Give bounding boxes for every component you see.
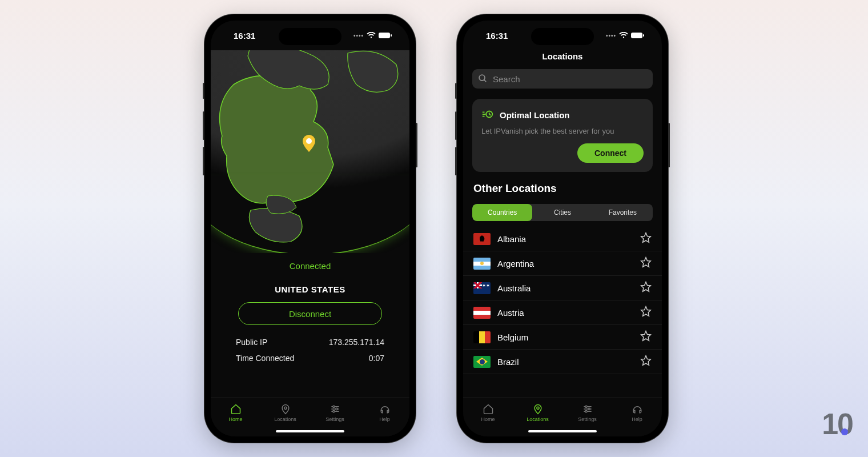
segment-control: Countries Cities Favorites xyxy=(472,204,653,221)
settings-icon xyxy=(581,403,594,415)
home-indicator[interactable] xyxy=(276,430,344,432)
flag-icon xyxy=(473,258,491,270)
tab-locations[interactable]: Locations xyxy=(260,403,310,422)
country-row[interactable]: Austria xyxy=(463,300,662,325)
tab-help[interactable]: Help xyxy=(612,403,662,422)
optimal-subtitle: Let IPVanish pick the best server for yo… xyxy=(481,127,644,135)
svg-line-13 xyxy=(484,80,487,82)
location-icon xyxy=(532,403,544,415)
flag-icon xyxy=(473,307,491,319)
tab-home[interactable]: Home xyxy=(211,403,260,422)
globe-arc xyxy=(211,175,409,253)
svg-point-9 xyxy=(332,411,334,412)
country-row[interactable]: Argentina xyxy=(463,251,662,276)
watermark-logo: 10 xyxy=(822,407,848,441)
tab-help[interactable]: Help xyxy=(360,403,409,422)
tab-settings[interactable]: Settings xyxy=(562,403,612,422)
tab-label: Locations xyxy=(274,416,296,422)
optimal-icon xyxy=(481,108,494,122)
svg-marker-24 xyxy=(641,331,651,341)
connection-stats: Public IP 173.255.171.14 Time Connected … xyxy=(211,325,409,366)
home-icon xyxy=(482,403,495,415)
svg-point-26 xyxy=(536,407,539,409)
tab-label: Settings xyxy=(578,416,597,422)
public-ip-value: 173.255.171.14 xyxy=(329,338,384,347)
flag-icon xyxy=(473,331,491,343)
optimal-title: Optimal Location xyxy=(500,110,570,120)
tab-label: Locations xyxy=(527,416,549,422)
segment-favorites[interactable]: Favorites xyxy=(593,204,653,221)
power-button xyxy=(668,123,670,167)
segment-countries[interactable]: Countries xyxy=(472,204,532,221)
help-icon xyxy=(631,403,644,415)
phone-frame-locations: 16:31 •••• Locations Optimal Location Le… xyxy=(457,14,668,443)
flag-icon xyxy=(473,233,491,245)
phone-frame-home: 16:31 •••• xyxy=(204,14,416,443)
svg-marker-21 xyxy=(641,258,651,267)
tab-label: Home xyxy=(481,416,495,422)
tab-settings[interactable]: Settings xyxy=(310,403,360,422)
status-time: 16:31 xyxy=(234,31,255,41)
home-icon xyxy=(230,403,242,415)
country-name: Brazil xyxy=(497,357,640,367)
country-name: Argentina xyxy=(497,259,640,268)
favorite-star-icon[interactable] xyxy=(640,355,652,368)
country-row[interactable]: Belgium xyxy=(463,325,662,350)
volume-up xyxy=(203,111,204,140)
settings-icon xyxy=(329,403,341,415)
wifi-icon xyxy=(367,32,376,39)
country-name: Albania xyxy=(497,234,640,244)
segment-cities[interactable]: Cities xyxy=(532,204,592,221)
favorite-star-icon[interactable] xyxy=(640,330,652,344)
cellular-icon: •••• xyxy=(353,33,364,39)
svg-point-28 xyxy=(585,406,586,407)
country-row[interactable]: Brazil xyxy=(463,350,662,374)
connection-status: Connected xyxy=(211,261,409,271)
connect-button[interactable]: Connect xyxy=(577,143,644,163)
location-pin-icon xyxy=(302,135,316,154)
country-row[interactable]: Australia xyxy=(463,276,662,300)
battery-icon xyxy=(379,32,392,39)
status-time: 16:31 xyxy=(486,31,508,41)
svg-point-5 xyxy=(332,406,334,407)
favorite-star-icon[interactable] xyxy=(640,256,652,270)
favorite-star-icon[interactable] xyxy=(640,232,652,246)
country-row[interactable]: Albania xyxy=(463,227,662,251)
connection-map xyxy=(211,50,409,253)
cellular-icon: •••• xyxy=(606,33,616,39)
time-connected-value: 0:07 xyxy=(369,354,384,363)
disconnect-button[interactable]: Disconnect xyxy=(238,302,382,325)
home-indicator[interactable] xyxy=(528,430,597,432)
mute-switch xyxy=(455,83,457,99)
svg-rect-11 xyxy=(643,34,644,37)
svg-point-32 xyxy=(585,411,586,412)
tab-label: Help xyxy=(379,416,390,422)
dynamic-island xyxy=(531,28,594,45)
search-icon xyxy=(478,74,488,86)
country-list[interactable]: AlbaniaArgentinaAustraliaAustriaBelgiumB… xyxy=(463,227,662,374)
tab-locations[interactable]: Locations xyxy=(513,403,562,422)
svg-marker-23 xyxy=(641,307,651,316)
svg-rect-10 xyxy=(631,33,642,38)
dynamic-island xyxy=(279,28,341,45)
svg-point-7 xyxy=(335,408,337,410)
battery-icon xyxy=(631,32,645,39)
mute-switch xyxy=(203,83,204,99)
tab-home[interactable]: Home xyxy=(463,403,513,422)
country-name: Austria xyxy=(497,308,640,318)
tab-label: Home xyxy=(228,416,242,422)
svg-line-19 xyxy=(489,114,491,115)
search-input[interactable] xyxy=(472,69,653,89)
power-button xyxy=(416,123,417,167)
volume-up xyxy=(455,111,457,140)
favorite-star-icon[interactable] xyxy=(640,281,652,295)
location-icon xyxy=(279,403,292,415)
volume-down xyxy=(455,147,457,175)
svg-rect-1 xyxy=(391,34,392,37)
favorite-star-icon[interactable] xyxy=(640,306,652,319)
time-connected-label: Time Connected xyxy=(236,354,294,363)
tab-label: Settings xyxy=(326,416,344,422)
svg-point-3 xyxy=(284,407,286,409)
svg-marker-25 xyxy=(641,356,651,366)
optimal-location-card[interactable]: Optimal Location Let IPVanish pick the b… xyxy=(472,99,653,172)
